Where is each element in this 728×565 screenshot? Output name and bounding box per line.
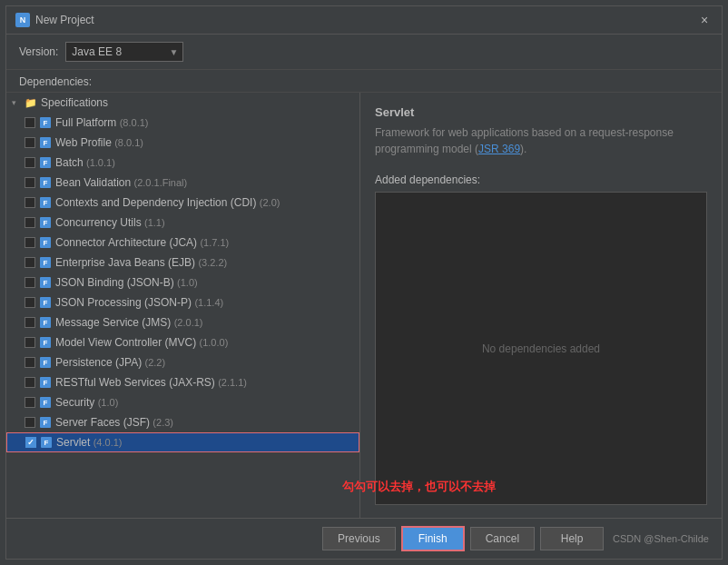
jsr-link[interactable]: JSR 369 [478,143,520,155]
f-icon: F [39,196,52,209]
item-text-bean-validation: Bean Validation (2.0.1.Final) [55,176,187,189]
servlet-checkbox[interactable]: ✓ [25,437,36,448]
jca-checkbox[interactable] [25,237,35,248]
help-button[interactable]: Help [540,527,604,550]
list-item[interactable]: F Connector Architecture (JCA) (1.7.1) [6,233,359,253]
f-icon: F [39,116,52,129]
list-item[interactable]: F Message Service (JMS) (2.0.1) [6,312,359,332]
item-text-concurrency: Concurrency Utils (1.1) [55,216,165,229]
item-text-jca: Connector Architecture (JCA) (1.7.1) [55,236,229,249]
f-icon: F [39,416,52,429]
f-icon: F [39,236,52,249]
dependencies-label: Dependencies: [6,70,722,92]
item-text-security: Security (1.0) [55,396,118,409]
f-icon: F [39,296,52,309]
item-text-jsf: Server Faces (JSF) (2.3) [55,416,173,429]
list-item[interactable]: F Batch (1.0.1) [6,153,359,173]
item-text-jaxrs: RESTful Web Services (JAX-RS) (2.1.1) [55,376,247,389]
list-item[interactable]: F Concurrency Utils (1.1) [6,213,359,233]
f-icon: F [39,256,52,269]
list-item[interactable]: F RESTful Web Services (JAX-RS) (2.1.1) [6,372,359,392]
json-binding-checkbox[interactable] [25,277,35,288]
web-profile-checkbox[interactable] [25,137,35,148]
dialog-title: New Project [35,14,94,26]
finish-button[interactable]: Finish [401,526,465,551]
item-text-mvc: Model View Controller (MVC) (1.0.0) [55,336,228,349]
list-item[interactable]: F Security (1.0) [6,392,359,412]
annotation-text: 勾勾可以去掉，也可以不去掉 [342,479,496,495]
folder-icon: 📁 [25,96,37,109]
jsf-checkbox[interactable] [25,417,35,428]
jaxrs-checkbox[interactable] [25,377,35,388]
info-section: Servlet Framework for web applications b… [375,105,707,157]
list-item[interactable]: F JSON Binding (JSON-B) (1.0) [6,273,359,292]
f-icon: F [39,136,52,149]
main-content: ▾ 📁 Specifications F Full Platform (8.0.… [6,92,722,518]
f-icon: F [39,336,52,349]
info-title: Servlet [375,105,707,119]
added-deps-section: Added dependencies: No dependencies adde… [375,173,707,505]
list-item[interactable]: F Web Profile (8.0.1) [6,133,359,153]
added-deps-label: Added dependencies: [375,173,707,186]
list-item[interactable]: F Full Platform (8.0.1) [6,113,359,133]
json-processing-checkbox[interactable] [25,297,35,308]
item-text-json-processing: JSON Processing (JSON-P) (1.1.4) [55,296,223,309]
item-text-jms: Message Service (JMS) (2.0.1) [55,316,203,329]
csdn-tag: CSDN @Shen-Childe [613,533,709,544]
item-text-ejb: Enterprise Java Beans (EJB) (3.2.2) [55,256,227,269]
cancel-button[interactable]: Cancel [470,527,535,550]
list-item[interactable]: F JSON Processing (JSON-P) (1.1.4) [6,292,359,312]
cdi-checkbox[interactable] [25,197,35,208]
titlebar: N New Project × [6,6,722,35]
added-deps-box: No dependencies added [375,192,707,505]
f-icon: F [39,156,52,169]
f-icon: F [39,316,52,329]
version-select-wrapper: Java EE 8 Java EE 7 Jakarta EE 8 ▼ [65,42,183,62]
jpa-checkbox[interactable] [25,357,35,368]
item-text-web-profile: Web Profile (8.0.1) [55,136,143,149]
ejb-checkbox[interactable] [25,257,35,268]
tree-group-specifications[interactable]: ▾ 📁 Specifications [6,93,359,113]
expand-icon: ▾ [12,98,23,107]
batch-checkbox[interactable] [25,157,35,168]
info-description: Framework for web applications based on … [375,124,707,157]
list-item[interactable]: F Persistence (JPA) (2.2) [6,352,359,372]
concurrency-checkbox[interactable] [25,217,35,228]
no-deps-text: No dependencies added [482,342,600,355]
f-icon: F [40,436,53,449]
f-icon: F [39,376,52,389]
full-platform-checkbox[interactable] [25,117,35,128]
version-row: Version: Java EE 8 Java EE 7 Jakarta EE … [6,35,722,70]
f-icon: F [39,216,52,229]
list-item[interactable]: F Bean Validation (2.0.1.Final) [6,173,359,193]
close-button[interactable]: × [696,12,713,28]
mvc-checkbox[interactable] [25,337,35,348]
f-icon: F [39,396,52,409]
list-item[interactable]: F Contexts and Dependency Injection (CDI… [6,193,359,213]
right-panel: Servlet Framework for web applications b… [360,93,722,518]
item-text-servlet: Servlet (4.0.1) [56,436,122,449]
servlet-list-item[interactable]: ✓ F Servlet (4.0.1) [6,432,359,452]
list-item[interactable]: F Model View Controller (MVC) (1.0.0) [6,332,359,352]
new-project-dialog: N New Project × Version: Java EE 8 Java … [5,5,723,560]
titlebar-left: N New Project [15,13,94,27]
f-icon: F [39,176,52,189]
specs-label: Specifications [41,96,108,109]
item-text-json-binding: JSON Binding (JSON-B) (1.0) [55,276,198,289]
bean-validation-checkbox[interactable] [25,177,35,188]
f-icon: F [39,276,52,289]
list-item[interactable]: F Enterprise Java Beans (EJB) (3.2.2) [6,253,359,273]
footer: Previous Finish Cancel Help CSDN @Shen-C… [6,518,722,559]
f-icon: F [39,356,52,369]
jms-checkbox[interactable] [25,317,35,328]
previous-button[interactable]: Previous [322,527,396,550]
security-checkbox[interactable] [25,397,35,408]
version-label: Version: [19,45,58,58]
version-select[interactable]: Java EE 8 Java EE 7 Jakarta EE 8 [65,42,183,62]
left-panel: ▾ 📁 Specifications F Full Platform (8.0.… [6,93,360,518]
item-text-jpa: Persistence (JPA) (2.2) [55,356,165,369]
list-item[interactable]: F Server Faces (JSF) (2.3) [6,412,359,432]
item-text-full-platform: Full Platform (8.0.1) [55,116,148,129]
item-text-batch: Batch (1.0.1) [55,156,115,169]
app-icon: N [15,13,30,27]
